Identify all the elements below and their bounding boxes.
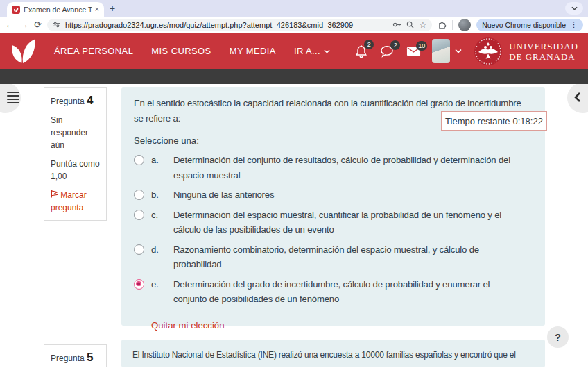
- mail-envelope-icon[interactable]: 10: [406, 46, 421, 57]
- option-text[interactable]: Determinación del conjunto de resultados…: [173, 153, 522, 183]
- mail-badge: 10: [416, 41, 427, 51]
- option-letter: a.: [151, 153, 166, 183]
- tab-close-icon[interactable]: ×: [95, 6, 99, 13]
- forward-button[interactable]: →: [19, 20, 28, 29]
- new-tab-button[interactable]: +: [110, 3, 115, 14]
- reload-button[interactable]: ⟳: [34, 20, 42, 29]
- header-right-cluster: 2 2 10 UNIVERSIDAD DE GRANADA: [343, 37, 578, 65]
- browser-tabstrip: Examen de Avance Tema 2.4 × +: [0, 0, 588, 17]
- university-name-line1: UNIVERSIDAD: [509, 41, 578, 51]
- prado-header: ÁREA PERSONAL MIS CURSOS MY MEDIA IR A..…: [0, 33, 588, 69]
- flag-icon: [51, 190, 58, 198]
- help-button[interactable]: ?: [547, 326, 569, 348]
- chrome-menu-kebab-icon[interactable]: ⋮: [570, 20, 578, 29]
- chrome-profile-avatar[interactable]: [458, 19, 471, 31]
- chevron-down-icon: [324, 49, 330, 53]
- option-text[interactable]: Determinación del espacio muestral, cuan…: [173, 208, 522, 237]
- radio-option-b[interactable]: [134, 190, 144, 200]
- question4-status: Sin responder aún: [51, 114, 100, 151]
- question5-body: El Instituto Nacional de Estadística (IN…: [121, 340, 545, 367]
- question-list-icon: [7, 92, 19, 106]
- nav-my-media[interactable]: MY MEDIA: [230, 46, 276, 56]
- browser-tab[interactable]: Examen de Avance Tema 2.4 ×: [7, 2, 104, 17]
- question-label: Pregunta: [51, 353, 85, 363]
- quiz-timer: Tiempo restante 0:18:22: [441, 111, 547, 131]
- radio-option-e[interactable]: [134, 279, 144, 290]
- nav-ir-a-label: IR A...: [294, 46, 320, 56]
- chevron-left-icon: [574, 92, 581, 106]
- user-avatar[interactable]: [432, 39, 450, 63]
- question-number: 4: [87, 94, 93, 107]
- question4-body: En el sentido estocástico la capacidad r…: [121, 87, 545, 326]
- option-row-d[interactable]: d. Razonamiento combinatorio, determinac…: [134, 242, 522, 272]
- extensions-puzzle-icon[interactable]: [438, 20, 447, 29]
- nav-ir-a[interactable]: IR A...: [294, 46, 330, 56]
- url-text[interactable]: https://pradogrado2324.ugr.es/mod/quiz/a…: [65, 21, 388, 29]
- question5-info-panel: Pregunta 5: [44, 344, 107, 367]
- option-text[interactable]: Determinación del grado de incertidumbre…: [173, 277, 522, 307]
- question-label: Pregunta: [51, 97, 85, 106]
- tab-title: Examen de Avance Tema 2.4: [24, 6, 92, 14]
- option-row-c[interactable]: c. Determinación del espacio muestral, c…: [134, 208, 522, 237]
- option-row-e[interactable]: e. Determinación del grado de incertidum…: [134, 277, 522, 307]
- university-name-line2: DE GRANADA: [509, 51, 578, 62]
- page-top-darkbar: [0, 69, 588, 84]
- tab-search-chevron-icon[interactable]: [565, 2, 583, 15]
- user-menu-chevron-icon[interactable]: [455, 49, 462, 53]
- block-drawer-button[interactable]: [567, 84, 588, 113]
- flag-question-link[interactable]: Marcar pregunta: [51, 189, 100, 214]
- prado-logo-icon[interactable]: [10, 35, 36, 67]
- timer-value: 0:18:22: [513, 116, 543, 126]
- option-letter: c.: [151, 208, 166, 237]
- back-button[interactable]: ←: [5, 20, 14, 29]
- toolbar-divider: [452, 20, 453, 30]
- messages-chat-icon[interactable]: 2: [380, 45, 394, 58]
- timer-label: Tiempo restante: [445, 116, 510, 126]
- question5-title: Pregunta 5: [51, 351, 100, 365]
- option-text[interactable]: Razonamiento combinatorio, determinación…: [173, 242, 522, 272]
- nav-mis-cursos[interactable]: MIS CURSOS: [151, 46, 211, 56]
- answer-prompt: Seleccione una:: [134, 135, 533, 146]
- question4-info-panel: Pregunta 4 Sin responder aún Puntúa como…: [44, 87, 107, 221]
- option-text[interactable]: Ninguna de las anteriores: [173, 187, 522, 203]
- option-letter: e.: [151, 277, 166, 307]
- prado-favicon-icon: [12, 6, 20, 14]
- chrome-update-button[interactable]: Nuevo Chrome disponible ⋮: [476, 19, 583, 31]
- bookmark-star-icon[interactable]: ☆: [419, 20, 426, 30]
- clear-choice-link[interactable]: Quitar mi elección: [151, 320, 225, 331]
- question4-points: Puntúa como 1,00: [51, 158, 100, 183]
- question-number: 5: [87, 351, 93, 364]
- option-letter: d.: [151, 242, 166, 272]
- university-name: UNIVERSIDAD DE GRANADA: [509, 41, 578, 62]
- question-index-drawer-button[interactable]: [0, 84, 21, 113]
- option-letter: b.: [151, 187, 166, 203]
- site-info-icon[interactable]: [53, 21, 60, 28]
- radio-option-a[interactable]: [134, 155, 144, 165]
- chat-badge: 2: [390, 40, 400, 50]
- bell-badge: 2: [364, 40, 374, 49]
- ugr-seal-icon: [474, 37, 502, 65]
- radio-option-d[interactable]: [134, 244, 144, 255]
- address-bar[interactable]: https://pradogrado2324.ugr.es/mod/quiz/a…: [47, 19, 432, 31]
- chrome-update-label: Nuevo Chrome disponible: [482, 21, 566, 29]
- nav-area-personal[interactable]: ÁREA PERSONAL: [54, 46, 133, 56]
- password-key-icon[interactable]: [392, 21, 401, 28]
- question4-title: Pregunta 4: [51, 94, 100, 108]
- option-row-a[interactable]: a. Determinación del conjunto de resulta…: [134, 153, 522, 183]
- zoom-icon[interactable]: [406, 21, 414, 28]
- question5-text: El Instituto Nacional de Estadística (IN…: [132, 350, 534, 360]
- notifications-bell-icon[interactable]: 2: [355, 44, 368, 58]
- browser-toolbar: ← → ⟳ https://pradogrado2324.ugr.es/mod/…: [0, 17, 588, 33]
- radio-option-c[interactable]: [134, 210, 144, 220]
- answer-options: a. Determinación del conjunto de resulta…: [134, 153, 533, 307]
- option-row-b[interactable]: b. Ninguna de las anteriores: [134, 187, 522, 203]
- main-nav: ÁREA PERSONAL MIS CURSOS MY MEDIA IR A..…: [54, 46, 330, 56]
- quiz-page-content: Pregunta 4 Sin responder aún Puntúa como…: [0, 84, 588, 367]
